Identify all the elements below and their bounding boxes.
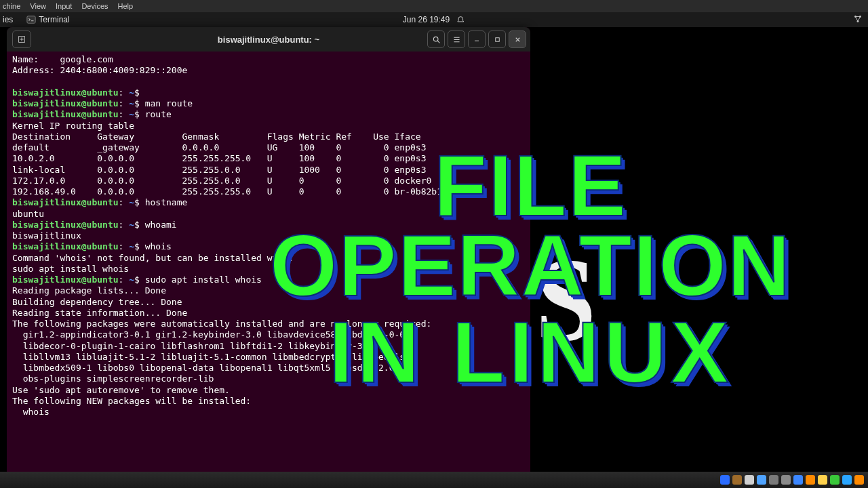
line: Name: google.com <box>12 54 113 64</box>
line: The following packages were automaticall… <box>12 319 431 329</box>
route-row: 10.0.2.0 0.0.0.0 255.255.255.0 U 100 0 0… <box>12 153 426 163</box>
activities-button[interactable]: ies <box>3 15 13 24</box>
notifications-icon[interactable] <box>456 16 465 24</box>
line: libmbedx509-1 libobs0 libopenal-data lib… <box>12 363 405 373</box>
minimize-button[interactable] <box>468 30 486 48</box>
menu-machine[interactable]: chine <box>3 2 20 10</box>
gnome-topbar: ies Terminal Jun 26 19:49 <box>0 12 868 27</box>
tray-icon[interactable] <box>769 475 778 485</box>
desktop: biswajitlinux@ubuntu: ~ Name: <box>0 27 868 472</box>
tray-icon[interactable] <box>757 475 766 485</box>
prompt-end: $ <box>134 220 145 230</box>
tray-icon[interactable] <box>854 475 864 485</box>
menu-help[interactable]: Help <box>118 2 134 10</box>
line: Use 'sudo apt autoremove' to remove them… <box>12 385 230 395</box>
svg-rect-0 <box>27 16 35 24</box>
line: libdecor-0-plugin-1-cairo libflashrom1 l… <box>12 341 384 351</box>
menu-input[interactable]: Input <box>56 2 72 10</box>
cmd: whois <box>145 241 172 251</box>
menu-devices[interactable]: Devices <box>81 2 108 10</box>
line: Address: 2404:6800:4009:829::200e <box>12 65 187 75</box>
prompt-end: $ <box>134 109 145 119</box>
line: ubuntu <box>12 209 44 219</box>
svg-rect-6 <box>495 37 499 41</box>
tray-icon[interactable] <box>830 475 840 485</box>
prompt-user: biswajitlinux@ubuntu <box>12 109 119 119</box>
prompt-path: ~ <box>123 87 134 98</box>
tray-icon[interactable] <box>720 475 730 485</box>
menu-view[interactable]: View <box>30 2 46 10</box>
tray-icon[interactable] <box>793 475 803 485</box>
tray-icon[interactable] <box>732 475 742 485</box>
prompt-user: biswajitlinux@ubuntu <box>12 98 119 108</box>
host-statusbar <box>0 472 868 488</box>
active-app-label: Terminal <box>39 15 69 24</box>
prompt-path: ~ <box>123 197 134 207</box>
system-menu-icon[interactable] <box>853 14 863 24</box>
clock[interactable]: Jun 26 19:49 <box>403 15 450 24</box>
terminal-title: biswajitlinux@ubuntu: ~ <box>218 35 319 45</box>
terminal-window: biswajitlinux@ubuntu: ~ Name: <box>7 27 530 474</box>
tray-icon[interactable] <box>818 475 827 485</box>
line: sudo apt install whois <box>12 264 129 274</box>
line: obs-plugins simplescreenrecorder-lib <box>12 373 214 384</box>
prompt-end: $ <box>134 241 145 251</box>
cmd: sudo apt install whois <box>145 274 262 285</box>
line: Kernel IP routing table <box>12 121 134 131</box>
svg-point-5 <box>433 37 438 41</box>
line: Command 'whois' not found, but can be in… <box>12 253 294 263</box>
tray-icon[interactable] <box>745 475 754 485</box>
prompt-user: biswajitlinux@ubuntu <box>12 220 119 230</box>
prompt-end: $ <box>134 98 145 108</box>
prompt-end: $ <box>134 197 145 207</box>
cmd: man route <box>145 98 193 108</box>
prompt-path: ~ <box>123 220 134 230</box>
prompt-user: biswajitlinux@ubuntu <box>12 197 119 207</box>
terminal-body[interactable]: Name: google.com Address: 2404:6800:4009… <box>7 52 530 420</box>
terminal-icon <box>26 15 36 24</box>
hamburger-menu-button[interactable] <box>448 30 465 48</box>
prompt-path: ~ <box>123 109 134 119</box>
close-button[interactable] <box>509 30 526 48</box>
route-row: 192.168.49.0 0.0.0.0 255.255.255.0 U 0 0… <box>12 186 474 197</box>
new-tab-icon <box>17 35 26 44</box>
cmd: route <box>145 109 172 119</box>
prompt-user: biswajitlinux@ubuntu <box>12 241 119 251</box>
close-icon <box>514 36 521 43</box>
host-menubar: chine View Input Devices Help <box>0 0 868 12</box>
search-icon <box>432 35 441 44</box>
prompt-end: $ <box>134 274 145 285</box>
line: Building dependency tree... Done <box>12 297 182 307</box>
new-tab-button[interactable] <box>12 30 31 48</box>
prompt-path: ~ <box>123 98 134 108</box>
line: The following NEW packages will be insta… <box>12 396 251 406</box>
route-row: default _gateway 0.0.0.0 UG 100 0 0 enp0… <box>12 142 426 152</box>
maximize-icon <box>494 36 501 43</box>
minimize-icon <box>473 35 481 43</box>
tray-icon[interactable] <box>781 475 791 485</box>
cmd: hostname <box>145 197 188 207</box>
prompt-end: $ <box>134 87 145 98</box>
line: libllvm13 libluajit-5.1-2 libluajit-5.1-… <box>12 352 416 362</box>
line: Reading package lists... Done <box>12 285 166 296</box>
background-letter: S <box>536 231 596 369</box>
cmd: whoami <box>145 220 177 230</box>
active-app-indicator[interactable]: Terminal <box>26 15 69 24</box>
prompt-user: biswajitlinux@ubuntu <box>12 274 119 285</box>
prompt-path: ~ <box>123 241 134 251</box>
line: gir1.2-appindicator3-0.1 gir1.2-keybinde… <box>12 329 405 340</box>
line: Reading state information... Done <box>12 308 187 318</box>
maximize-button[interactable] <box>488 30 506 48</box>
hamburger-icon <box>452 35 461 44</box>
search-button[interactable] <box>427 30 445 48</box>
terminal-titlebar[interactable]: biswajitlinux@ubuntu: ~ <box>7 27 530 52</box>
route-table-header: Destination Gateway Genmask Flags Metric… <box>12 131 421 142</box>
tray-icon[interactable] <box>806 475 815 485</box>
line: whois <box>12 407 50 417</box>
prompt-path: ~ <box>123 274 134 285</box>
line: biswajitlinux <box>12 230 81 241</box>
prompt-user: biswajitlinux@ubuntu <box>12 87 119 98</box>
route-row: 172.17.0.0 0.0.0.0 255.255.0.0 U 0 0 0 d… <box>12 176 431 186</box>
tray-icon[interactable] <box>842 475 852 485</box>
route-row: link-local 0.0.0.0 255.255.0.0 U 1000 0 … <box>12 165 426 175</box>
